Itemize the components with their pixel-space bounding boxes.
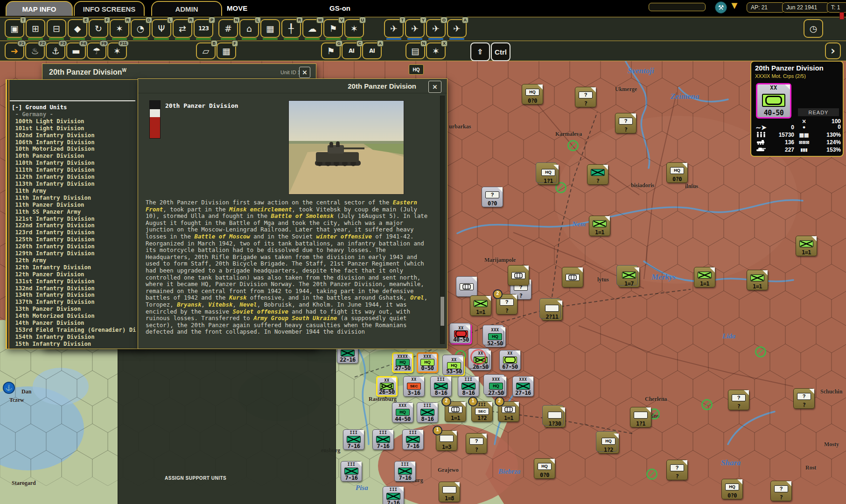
refresh-view-button[interactable]: ⇄R (173, 19, 192, 38)
map-counter-8-16[interactable]: III8-16 (417, 402, 438, 423)
unit-list-item[interactable]: 14th Motorized Division (12, 313, 137, 320)
selected-unit-counter[interactable]: XX 40-50 (756, 83, 791, 119)
unit-list-item[interactable]: 12th Infantry Division (12, 264, 137, 271)
map-counter-?[interactable]: ?? (575, 87, 596, 107)
map-counter-?[interactable]: ?? (793, 388, 815, 409)
map-counter-0?0[interactable]: HQ0?0 (534, 458, 555, 479)
rail-move-mode-button[interactable]: ♨F2 (25, 42, 45, 59)
map-counter-1=3[interactable]: 1=31 (436, 430, 457, 451)
ai-control-button[interactable]: AIC (342, 42, 361, 59)
unit-list-item[interactable]: 125th Infantry Division (12, 236, 137, 243)
strike-mode-button[interactable]: ✶F11 (107, 42, 127, 59)
map-counter-1=1[interactable]: 1=1 (796, 236, 817, 256)
map-counter-7-16[interactable]: III7-16 (343, 429, 364, 450)
map-counter-0-50[interactable]: XXXHQ0-50 (417, 352, 438, 373)
amphib-move-mode-button[interactable]: ▬F4 (66, 42, 86, 59)
city-view-button[interactable]: ▦ (260, 19, 280, 38)
map-counter[interactable] (508, 265, 529, 286)
map-counter-7-16[interactable]: III7-16 (372, 429, 394, 450)
map-counter-26-50[interactable]: XX26-50 (376, 376, 398, 397)
map-counter-8-16[interactable]: III8-16 (458, 376, 479, 397)
map-counter-?[interactable]: ?? (466, 433, 487, 454)
tab-admin[interactable]: ADMIN (151, 1, 222, 16)
unit-list-item[interactable]: 100th Light Division (12, 118, 137, 125)
map-counter-1?2[interactable]: HQ1?2 (598, 433, 619, 454)
unit-list-item[interactable]: 106th Infantry Division (12, 139, 137, 146)
map-counter-7-16[interactable]: III7-16 (394, 461, 416, 482)
unit-list-item[interactable]: 122nd Infantry Division (12, 222, 137, 229)
map-counter-?[interactable]: ??2 (496, 294, 517, 315)
tab-info-screens[interactable]: INFO SCREENS (74, 1, 145, 16)
unit-list-item[interactable]: 112th Infantry Division (12, 174, 137, 181)
shift-key[interactable]: ⇧ (470, 42, 490, 61)
map-counter-?[interactable]: ?? (615, 113, 636, 133)
locations-view-button[interactable]: ⌂L (239, 19, 259, 38)
unit-list-item[interactable]: 121st Infantry Division (12, 216, 137, 223)
scrollbar[interactable] (440, 96, 445, 344)
unit-list-item[interactable]: 12th Army (12, 257, 137, 264)
map-counter-44-50[interactable]: XXXHQ44-50 (392, 402, 413, 423)
airdrop-mode-button[interactable]: ☂F9 (87, 42, 106, 59)
map-counter-1=7[interactable]: 1=7 (618, 267, 640, 287)
combat-markers-view-button[interactable]: ✶U (344, 19, 364, 38)
air-interdiction-button[interactable]: ✈O (426, 19, 446, 38)
tab-map-info[interactable]: MAP INFO (6, 1, 73, 16)
search-input[interactable] (649, 3, 706, 11)
map-counter-1=8[interactable]: 1=8 (439, 482, 460, 502)
map-counter-1?1[interactable]: HQ1?1 (538, 164, 559, 185)
unit-list-item[interactable]: 11th Infantry Division (12, 195, 137, 202)
map-counter-40-50[interactable]: XX40-50 (450, 324, 472, 344)
unit-list-item[interactable]: 11th Army (12, 188, 137, 195)
compass-button[interactable]: ◷ (804, 19, 823, 38)
unit-list-item[interactable]: 153rd Field Training (Grenadier) Di (12, 327, 137, 334)
map-counter-7-16[interactable]: III7-16 (383, 486, 404, 504)
toggle-unit-counters-button[interactable]: ▣T (5, 19, 24, 38)
unit-list-item[interactable]: 11th SS Panzer Army (12, 209, 137, 216)
unit-list-item[interactable]: 15th Infantry Division (12, 341, 137, 347)
delay-markers-view-button[interactable]: ◔D (131, 19, 150, 38)
hq-chip[interactable]: HQ (409, 64, 424, 75)
battle-planner-button[interactable]: ▱B (196, 42, 216, 59)
show-values-button[interactable]: 123P (194, 19, 213, 38)
air-superiority-button[interactable]: ✈Y (405, 19, 425, 38)
unit-list-item[interactable]: 13th Panzer Divison (12, 306, 137, 313)
unit-list-item[interactable]: 131st Infantry Division (12, 278, 137, 285)
remove-overlay-button[interactable]: ⊟ (47, 19, 66, 38)
map-counter-67-50[interactable]: XX67-50 (499, 350, 521, 371)
map-counter-1?1[interactable]: 1?1 (630, 407, 651, 427)
map-counter-?[interactable]: ?? (770, 481, 792, 501)
map-counter-0?0[interactable]: ?0?0 (482, 187, 503, 207)
unit-list-item[interactable]: 154th Infantry Division (12, 334, 137, 341)
unit-list-item[interactable]: 126th Infantry Division (12, 243, 137, 250)
map-counter-8-16[interactable]: III8-16 (430, 376, 452, 397)
explosions-toggle-button[interactable]: ✶X (426, 42, 446, 59)
weather-view-button[interactable]: ☁W (302, 19, 322, 38)
rail-damage-view-button[interactable]: ✶R (110, 19, 129, 38)
unit-list-item[interactable]: 10th Motorized Division (12, 146, 137, 153)
victory-locations-view-button[interactable]: ⚑V (323, 19, 343, 38)
encyclopedia-titlebar[interactable]: 20th Panzer Division ✕ (138, 79, 447, 93)
tab-gs-on[interactable]: GS-on (329, 4, 350, 12)
unit-list-item[interactable]: 14th Panzer Division (12, 320, 137, 327)
map-counter-7-16[interactable]: III7-16 (341, 461, 362, 482)
cycle-filter-button[interactable]: ↻F (89, 19, 108, 38)
air-auto-button[interactable]: ✈A (447, 19, 467, 38)
add-overlay-button[interactable]: ⊞ (26, 19, 45, 38)
map-counter-1=1[interactable]: 1=1 (694, 267, 715, 287)
close-icon[interactable]: ✕ (428, 81, 441, 93)
unit-list-item[interactable]: 129th Infantry Division (12, 250, 137, 257)
scrollbar-thumb[interactable] (440, 297, 444, 326)
map-counter-1?2[interactable]: IIISEC1?21 (471, 401, 493, 422)
tab-move[interactable]: MOVE (227, 4, 247, 12)
unit-list-header[interactable]: [-] Ground Units (12, 104, 137, 111)
map-counter[interactable] (562, 267, 583, 287)
sea-move-mode-button[interactable]: ⚓F3 (46, 42, 65, 59)
map-counter-1=1[interactable]: 1=12 (445, 401, 466, 422)
radio-contact-view-button[interactable]: ΨL (152, 19, 171, 38)
map-counter-1=1[interactable]: 1=12 (498, 401, 519, 422)
factory-screen-button[interactable]: ▦F (217, 42, 236, 59)
map-counter-3-16[interactable]: XXSEC3-16 (403, 376, 425, 397)
move-mode-button[interactable]: ➔F1 (5, 42, 24, 59)
map-counter-?[interactable]: ?? (666, 460, 688, 480)
ctrl-key[interactable]: Ctrl (491, 42, 510, 61)
